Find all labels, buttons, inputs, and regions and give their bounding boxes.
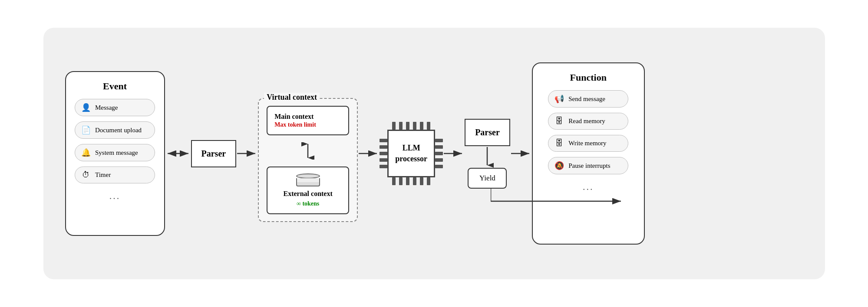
- pin-bottom-6: [427, 177, 430, 185]
- parser-left-box: Parser: [191, 140, 237, 167]
- right-arrow-svg-3: [443, 147, 465, 160]
- pin-bottom-4: [413, 177, 416, 185]
- pin-top-6: [427, 122, 430, 130]
- timer-icon: ⏱: [81, 170, 91, 180]
- main-context-subtitle: Max token limit: [274, 121, 341, 128]
- pin-top-2: [399, 122, 403, 130]
- arrow-parser-to-vc: [236, 147, 258, 160]
- pin-top-5: [420, 122, 423, 130]
- function-item-read-memory: 🗄 Read memory: [548, 113, 628, 130]
- pause-icon: 🔕: [554, 161, 564, 170]
- function-item-send-message: 📢 Send message: [548, 90, 628, 108]
- arrow-llm-to-parser: [443, 147, 465, 160]
- event-item-document-upload: 📄 Document upload: [75, 121, 155, 139]
- function-box: Function 📢 Send message 🗄 Read memory 🗄 …: [532, 62, 645, 245]
- pin-top-3: [406, 122, 409, 130]
- chip-right-pins: [435, 139, 443, 168]
- chip-left-pins: [380, 139, 387, 168]
- db-icon: [296, 173, 320, 186]
- pin-top-4: [413, 122, 416, 130]
- virtual-context-title: Virtual context: [264, 93, 320, 102]
- event-ellipsis: ...: [109, 190, 121, 202]
- right-arrow-svg-2: [358, 147, 380, 160]
- pin-right-1: [435, 139, 443, 142]
- document-icon: 📄: [81, 125, 91, 135]
- pin-left-5: [380, 165, 387, 168]
- external-context-box: External context ∞ tokens: [267, 167, 349, 214]
- pin-bottom-5: [420, 177, 423, 185]
- external-context-subtitle: ∞ tokens: [297, 200, 319, 207]
- llm-processor: LLMprocessor: [380, 122, 443, 185]
- external-context-title: External context: [283, 190, 332, 198]
- arrow-parser-to-function: [510, 147, 532, 160]
- event-item-message: 👤 Message: [75, 99, 155, 116]
- event-title: Event: [103, 81, 127, 92]
- chip-body: LLMprocessor: [387, 130, 435, 177]
- main-context-title: Main context: [274, 113, 341, 121]
- pin-left-3: [380, 152, 387, 155]
- right-arrow-svg-4: [510, 147, 532, 160]
- pin-right-3: [435, 152, 443, 155]
- write-memory-icon: 🗄: [554, 139, 564, 148]
- pin-bottom-2: [399, 177, 403, 185]
- pin-right-4: [435, 158, 443, 162]
- vert-arrow-container: [267, 142, 349, 160]
- llm-label: LLMprocessor: [395, 143, 427, 164]
- bell-icon: 🔔: [81, 148, 91, 157]
- virtual-context-section: Virtual context Main context Max token l…: [258, 98, 358, 222]
- event-item-system-message: 🔔 System message: [75, 144, 155, 161]
- read-memory-icon: 🗄: [554, 117, 564, 126]
- pin-left-4: [380, 158, 387, 162]
- pin-right-2: [435, 145, 443, 149]
- chip-top-pins: [392, 122, 430, 130]
- event-item-timer: ⏱ Timer: [75, 167, 155, 183]
- arrow-event-to-parser: [165, 147, 191, 160]
- yield-to-function-arrow: [491, 188, 630, 214]
- vert-double-arrow-svg: [301, 142, 314, 160]
- yield-box: Yield: [468, 168, 507, 189]
- down-arrow-parser-yield: [481, 146, 494, 168]
- function-item-write-memory: 🗄 Write memory: [548, 135, 628, 152]
- double-arrow-svg: [165, 147, 191, 160]
- diagram-wrapper: Event 👤 Message 📄 Document upload 🔔 Syst…: [43, 28, 825, 279]
- message-icon: 👤: [81, 103, 91, 112]
- function-title: Function: [570, 72, 607, 83]
- right-parser-column: Parser Yield: [465, 119, 510, 189]
- pin-bottom-3: [406, 177, 409, 185]
- arrow-vc-to-llm: [358, 147, 380, 160]
- pin-bottom-1: [392, 177, 396, 185]
- pin-right-5: [435, 165, 443, 168]
- main-context-box: Main context Max token limit: [267, 106, 349, 135]
- right-arrow-svg-1: [236, 147, 258, 160]
- chip-bottom-pins: [392, 177, 430, 185]
- virtual-context-box: Virtual context Main context Max token l…: [258, 98, 358, 222]
- function-item-pause-interrupts: 🔕 Pause interrupts: [548, 157, 628, 174]
- chip-middle-row: LLMprocessor: [380, 130, 443, 177]
- pin-left-1: [380, 139, 387, 142]
- event-box: Event 👤 Message 📄 Document upload 🔔 Syst…: [65, 71, 165, 236]
- pin-top-1: [392, 122, 396, 130]
- pin-left-2: [380, 145, 387, 149]
- send-icon: 📢: [554, 94, 564, 104]
- parser-right-box: Parser: [465, 119, 510, 146]
